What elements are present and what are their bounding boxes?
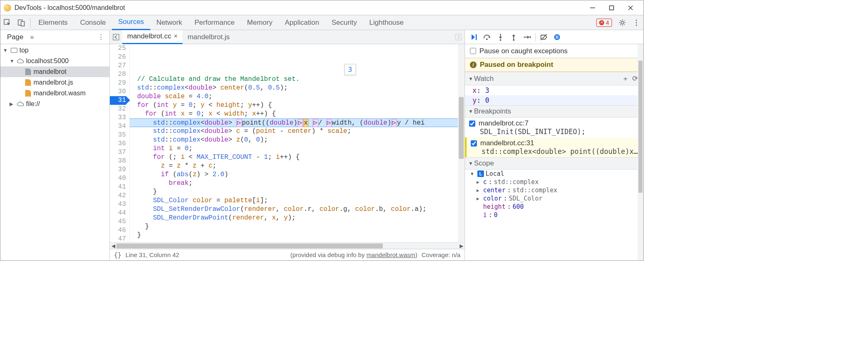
error-count-badge[interactable]: ✕4 bbox=[596, 19, 612, 27]
horizontal-scrollbar[interactable]: ◀ ▶ bbox=[110, 242, 465, 249]
debug-source-link[interactable]: mandelbrot.wasm bbox=[366, 251, 415, 258]
code-line[interactable]: std::complex<double> ▷point((double)▷x ▷… bbox=[130, 118, 465, 127]
navigator-menu-icon[interactable]: ⋮ bbox=[95, 33, 107, 41]
tab-security[interactable]: Security bbox=[325, 15, 363, 30]
code-line[interactable]: } bbox=[130, 231, 465, 240]
more-menu-icon[interactable] bbox=[629, 15, 643, 30]
line-gutter[interactable]: 2526272829303132333435363738394041424344… bbox=[110, 44, 130, 242]
add-watch-icon[interactable]: ＋ bbox=[620, 74, 630, 83]
code-line[interactable]: // Calculate and draw the Mandelbrot set… bbox=[130, 75, 465, 84]
pause-exceptions-button[interactable] bbox=[550, 31, 564, 43]
scope-variable-row[interactable]: ▶color: SDL_Color bbox=[465, 194, 643, 203]
scope-variable-row[interactable]: ▶center: std::complex bbox=[465, 186, 643, 194]
code-line[interactable] bbox=[130, 66, 465, 75]
code-line[interactable]: for (; i < MAX_ITER_COUNT - 1; i++) { bbox=[130, 153, 465, 162]
tab-sources[interactable]: Sources bbox=[112, 15, 150, 30]
tab-application[interactable]: Application bbox=[279, 15, 325, 30]
code-line[interactable]: int i = 0; bbox=[130, 144, 465, 153]
gutter-line[interactable]: 36 bbox=[110, 139, 126, 148]
tree-file-mandelbrot[interactable]: mandelbrot bbox=[0, 66, 109, 77]
gutter-line[interactable]: 40 bbox=[110, 174, 126, 183]
gutter-line[interactable]: 28 bbox=[110, 70, 126, 79]
navigator-more-tabs[interactable]: » bbox=[28, 33, 36, 41]
device-toggle-icon[interactable] bbox=[14, 15, 28, 30]
vertical-scrollbar[interactable] bbox=[458, 44, 465, 242]
resume-button[interactable] bbox=[467, 31, 481, 43]
pretty-print-icon[interactable]: {} bbox=[114, 251, 121, 259]
breakpoint-checkbox[interactable] bbox=[469, 120, 475, 127]
gutter-line[interactable]: 31 bbox=[110, 96, 126, 105]
scrollbar-thumb[interactable] bbox=[638, 61, 643, 193]
code-line[interactable]: } bbox=[130, 188, 465, 196]
tab-lighthouse[interactable]: Lighthouse bbox=[363, 15, 410, 30]
code-line[interactable]: std::complex<double> z(0, 0); bbox=[130, 136, 465, 144]
scrollbar-thumb[interactable] bbox=[116, 243, 383, 248]
tab-performance[interactable]: Performance bbox=[188, 15, 241, 30]
vertical-scrollbar[interactable] bbox=[638, 44, 643, 260]
gutter-line[interactable]: 44 bbox=[110, 209, 126, 217]
pause-caught-checkbox[interactable] bbox=[470, 48, 476, 54]
nav-back-icon[interactable] bbox=[110, 34, 122, 40]
gutter-line[interactable]: 32 bbox=[110, 105, 126, 113]
tree-file-mandelbrot-js[interactable]: mandelbrot.js bbox=[0, 77, 109, 88]
code-line[interactable]: std::complex<double> center(0.5, 0.5); bbox=[130, 84, 465, 92]
code-area[interactable]: // Calculate and draw the Mandelbrot set… bbox=[130, 44, 465, 242]
code-line[interactable]: SDL_Color color = palette[i]; bbox=[130, 196, 465, 205]
step-out-button[interactable] bbox=[507, 31, 520, 43]
gutter-line[interactable]: 45 bbox=[110, 217, 126, 226]
watch-section-header[interactable]: ▼ Watch ＋ ⟳ bbox=[465, 72, 643, 85]
close-button[interactable] bbox=[621, 1, 640, 14]
gutter-line[interactable]: 38 bbox=[110, 157, 126, 165]
deactivate-breakpoints-button[interactable] bbox=[537, 31, 550, 43]
gutter-line[interactable]: 30 bbox=[110, 87, 126, 96]
tab-console[interactable]: Console bbox=[74, 15, 112, 30]
tree-top-frame[interactable]: ▼ top bbox=[0, 45, 109, 56]
code-line[interactable]: double scale = 4.0; bbox=[130, 92, 465, 101]
tab-network[interactable]: Network bbox=[150, 15, 188, 30]
code-line[interactable]: for (int y = 0; y < height; y++) { bbox=[130, 101, 465, 110]
scope-variable-row[interactable]: ▶c: std::complex bbox=[465, 178, 643, 186]
breakpoints-section-header[interactable]: ▼ Breakpoints bbox=[465, 105, 643, 118]
gutter-line[interactable]: 39 bbox=[110, 165, 126, 174]
scroll-right-icon[interactable]: ▶ bbox=[458, 243, 465, 249]
watch-row[interactable]: y: 0 bbox=[465, 95, 643, 105]
scrollbar-thumb[interactable] bbox=[459, 97, 464, 159]
gutter-line[interactable]: 33 bbox=[110, 113, 126, 122]
gutter-line[interactable]: 46 bbox=[110, 226, 126, 235]
tab-memory[interactable]: Memory bbox=[241, 15, 278, 30]
step-over-button[interactable] bbox=[481, 31, 494, 43]
code-line[interactable]: std::complex<double> c = (point - center… bbox=[130, 127, 465, 136]
gutter-line[interactable]: 41 bbox=[110, 183, 126, 191]
close-tab-icon[interactable]: × bbox=[174, 33, 178, 40]
tab-elements[interactable]: Elements bbox=[32, 15, 74, 30]
minimize-button[interactable] bbox=[583, 1, 602, 14]
scope-section-header[interactable]: ▼ Scope bbox=[465, 157, 643, 170]
gutter-line[interactable]: 34 bbox=[110, 122, 126, 131]
inspect-element-icon[interactable] bbox=[0, 15, 14, 30]
code-line[interactable]: } bbox=[130, 222, 465, 231]
tree-file-mandelbrot-wasm[interactable]: mandelbrot.wasm bbox=[0, 88, 109, 99]
gutter-line[interactable]: 29 bbox=[110, 79, 126, 87]
step-into-button[interactable] bbox=[494, 31, 507, 43]
code-line[interactable]: z = z * z + c; bbox=[130, 162, 465, 170]
maximize-button[interactable] bbox=[602, 1, 621, 14]
breakpoint-item[interactable]: mandelbrot.cc:7SDL_Init(SDL_INIT_VIDEO); bbox=[465, 118, 643, 137]
scope-local-row[interactable]: ▼ L Local bbox=[465, 170, 643, 178]
code-line[interactable]: for (int x = 0; x < width; x++) { bbox=[130, 110, 465, 118]
settings-gear-icon[interactable] bbox=[615, 15, 629, 30]
file-tab[interactable]: mandelbrot.cc× bbox=[122, 30, 183, 44]
tree-file-scheme[interactable]: ▶ file:// bbox=[0, 99, 109, 109]
gutter-line[interactable]: 42 bbox=[110, 191, 126, 200]
gutter-line[interactable]: 37 bbox=[110, 148, 126, 157]
code-line[interactable]: SDL_RenderDrawPoint(renderer, x, y); bbox=[130, 214, 465, 222]
gutter-line[interactable]: 25 bbox=[110, 44, 126, 53]
code-line[interactable]: SDL_SetRenderDrawColor(renderer, color.r… bbox=[130, 205, 465, 214]
watch-row[interactable]: x: 3 bbox=[465, 85, 643, 95]
scope-variable-row[interactable]: i: 0 bbox=[465, 211, 643, 219]
navigator-tab-page[interactable]: Page bbox=[3, 33, 28, 41]
gutter-line[interactable]: 43 bbox=[110, 200, 126, 209]
gutter-line[interactable]: 35 bbox=[110, 131, 126, 139]
code-editor[interactable]: 2526272829303132333435363738394041424344… bbox=[110, 44, 465, 242]
code-line[interactable]: break; bbox=[130, 179, 465, 188]
breakpoint-item[interactable]: mandelbrot.cc:31std::complex<double> poi… bbox=[465, 137, 643, 157]
